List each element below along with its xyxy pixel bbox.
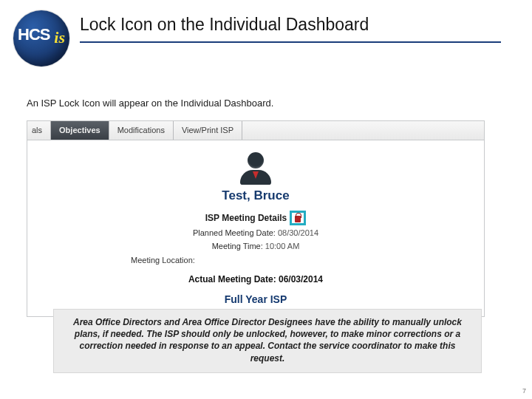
meeting-location-label: Meeting Location:	[131, 256, 195, 265]
tab-bar: als Objectives Modifications View/Print …	[27, 121, 484, 140]
isp-meeting-details-label: ISP Meeting Details	[205, 214, 287, 222]
tab-goals-partial[interactable]: als	[27, 121, 51, 140]
individual-name: Test, Bruce	[35, 189, 477, 202]
page-number: 7	[522, 388, 526, 395]
title-underline	[80, 41, 501, 43]
director-note: Area Office Directors and Area Office Di…	[53, 309, 482, 373]
actual-date-value: 06/03/2014	[279, 274, 323, 284]
logo-text-is: is	[54, 30, 65, 46]
avatar-icon	[238, 152, 273, 188]
dashboard-screenshot: als Objectives Modifications View/Print …	[27, 120, 485, 317]
tab-modifications[interactable]: Modifications	[109, 121, 174, 140]
planned-date-label: Planned Meeting Date:	[193, 228, 276, 237]
lock-icon	[294, 214, 301, 222]
hcsis-logo: HCS is	[13, 10, 69, 66]
intro-text: An ISP Lock Icon will appear on the Indi…	[27, 98, 532, 110]
tab-objectives[interactable]: Objectives	[51, 121, 109, 140]
lock-highlight-box	[290, 211, 306, 225]
tab-view-print-isp[interactable]: View/Print ISP	[174, 121, 242, 140]
page-title: Lock Icon on the Individual Dashboard	[80, 15, 532, 35]
meeting-time-label: Meeting Time:	[212, 242, 263, 250]
meeting-time-value: 10:00 AM	[265, 242, 299, 250]
plan-type: Full Year ISP	[35, 294, 477, 304]
logo-text-hcs: HCS	[18, 27, 50, 43]
actual-date-label: Actual Meeting Date:	[188, 274, 276, 284]
planned-date-value: 08/30/2014	[278, 228, 318, 237]
